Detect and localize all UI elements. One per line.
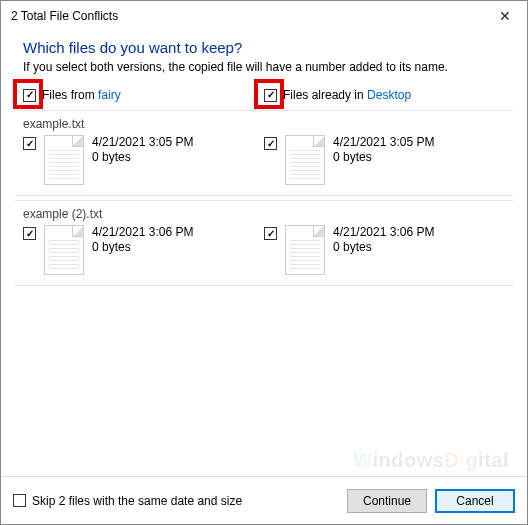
conflict-row: 4/21/2021 3:05 PM 0 bytes 4/21/2021 3:05… — [23, 135, 505, 185]
skip-label: Skip 2 files with the same date and size — [32, 494, 242, 508]
file-size: 0 bytes — [92, 150, 193, 164]
cancel-button[interactable]: Cancel — [435, 489, 515, 513]
file-meta: 4/21/2021 3:06 PM 0 bytes — [333, 225, 434, 254]
file-date: 4/21/2021 3:06 PM — [92, 225, 193, 239]
skip-same-files[interactable]: Skip 2 files with the same date and size — [13, 494, 242, 508]
file-icon — [285, 135, 325, 185]
file-icon — [44, 225, 84, 275]
close-button[interactable]: ✕ — [482, 1, 527, 31]
continue-button[interactable]: Continue — [347, 489, 427, 513]
dest-version: 4/21/2021 3:05 PM 0 bytes — [264, 135, 505, 185]
dialog-buttons: Continue Cancel — [347, 489, 515, 513]
dialog-footer: Skip 2 files with the same date and size… — [1, 476, 527, 524]
dest-column-label: Files already in Desktop — [283, 88, 411, 102]
conflict-groups: example.txt 4/21/2021 3:05 PM 0 bytes 4/… — [1, 110, 527, 286]
conflict-group: example.txt 4/21/2021 3:05 PM 0 bytes 4/… — [15, 110, 513, 196]
dest-version-checkbox[interactable] — [264, 227, 277, 240]
source-column-header: Files from fairy — [23, 88, 264, 102]
conflict-group: example (2).txt 4/21/2021 3:06 PM 0 byte… — [15, 200, 513, 286]
source-location-link[interactable]: fairy — [98, 88, 121, 102]
dest-version-checkbox[interactable] — [264, 137, 277, 150]
window-title: 2 Total File Conflicts — [11, 9, 118, 23]
file-name: example (2).txt — [23, 207, 505, 221]
conflict-row: 4/21/2021 3:06 PM 0 bytes 4/21/2021 3:06… — [23, 225, 505, 275]
file-size: 0 bytes — [333, 150, 434, 164]
file-icon — [285, 225, 325, 275]
column-headers: Files from fairy Files already in Deskto… — [1, 84, 527, 110]
header-subtitle: If you select both versions, the copied … — [23, 60, 505, 74]
dest-column-header: Files already in Desktop — [264, 88, 505, 102]
source-version-checkbox[interactable] — [23, 227, 36, 240]
file-icon — [44, 135, 84, 185]
skip-checkbox[interactable] — [13, 494, 26, 507]
file-size: 0 bytes — [92, 240, 193, 254]
source-column-label: Files from fairy — [42, 88, 121, 102]
file-date: 4/21/2021 3:05 PM — [333, 135, 434, 149]
header-title: Which files do you want to keep? — [23, 39, 505, 56]
source-version: 4/21/2021 3:05 PM 0 bytes — [23, 135, 264, 185]
watermark: WindowsDigital — [353, 449, 509, 472]
file-date: 4/21/2021 3:06 PM — [333, 225, 434, 239]
source-version: 4/21/2021 3:06 PM 0 bytes — [23, 225, 264, 275]
file-date: 4/21/2021 3:05 PM — [92, 135, 193, 149]
close-icon: ✕ — [499, 8, 511, 24]
file-meta: 4/21/2021 3:05 PM 0 bytes — [333, 135, 434, 164]
file-size: 0 bytes — [333, 240, 434, 254]
file-name: example.txt — [23, 117, 505, 131]
source-version-checkbox[interactable] — [23, 137, 36, 150]
file-meta: 4/21/2021 3:06 PM 0 bytes — [92, 225, 193, 254]
select-all-dest-checkbox[interactable] — [264, 89, 277, 102]
select-all-source-checkbox[interactable] — [23, 89, 36, 102]
dialog-header: Which files do you want to keep? If you … — [1, 31, 527, 84]
file-meta: 4/21/2021 3:05 PM 0 bytes — [92, 135, 193, 164]
dest-version: 4/21/2021 3:06 PM 0 bytes — [264, 225, 505, 275]
titlebar: 2 Total File Conflicts ✕ — [1, 1, 527, 31]
dest-location-link[interactable]: Desktop — [367, 88, 411, 102]
